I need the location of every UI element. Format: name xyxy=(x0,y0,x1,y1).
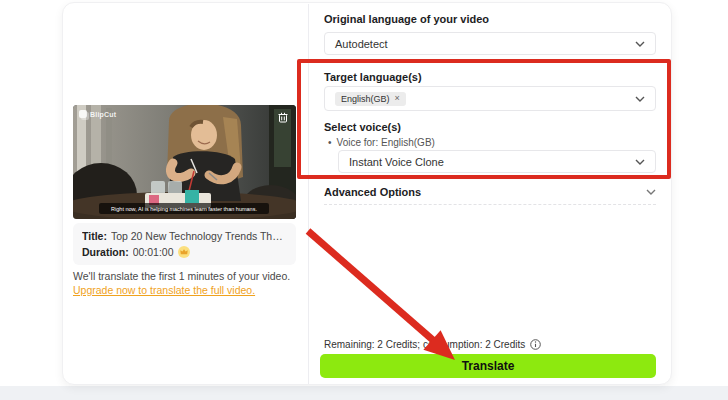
original-language-select[interactable]: Autodetect xyxy=(324,32,656,55)
upgrade-link[interactable]: Upgrade now to translate the full video. xyxy=(73,284,255,296)
select-voice-label: Select voice(s) xyxy=(324,121,656,133)
target-language-label: Target language(s) xyxy=(324,71,656,83)
chevron-down-icon xyxy=(646,189,656,195)
video-thumbnail[interactable]: Right now, AI is helping machines learn … xyxy=(73,105,296,219)
bullet-marker: • xyxy=(328,137,332,148)
credits-info-row: Remaining: 2 Credits; consumption: 2 Cre… xyxy=(324,339,656,350)
voice-value: Instant Voice Clone xyxy=(349,156,444,168)
watermark-text: BlipCut xyxy=(90,111,116,118)
chevron-down-icon xyxy=(635,159,645,165)
video-title-row: Title: Top 20 New Technology Trends That… xyxy=(82,228,287,244)
advanced-options-toggle[interactable]: Advanced Options xyxy=(324,184,656,200)
voice-for-text: Voice for: English(GB) xyxy=(337,137,435,148)
chevron-down-icon xyxy=(635,96,645,102)
page-background-strip xyxy=(0,386,728,400)
info-icon[interactable] xyxy=(530,339,541,350)
translator-card: Right now, AI is helping machines learn … xyxy=(62,2,672,385)
blipcut-logo-icon xyxy=(79,110,87,118)
delete-video-button[interactable] xyxy=(276,110,289,123)
title-label: Title: xyxy=(82,228,107,244)
video-caption: Right now, AI is helping machines learn … xyxy=(111,206,257,212)
panel-divider xyxy=(308,4,309,384)
duration-label: Duration: xyxy=(82,244,129,260)
language-chip-label: English(GB) xyxy=(341,94,390,104)
credits-text: Remaining: 2 Credits; consumption: 2 Cre… xyxy=(324,339,525,350)
original-language-label: Original language of your video xyxy=(324,13,656,25)
watermark: BlipCut xyxy=(79,110,116,118)
video-preview-image: Right now, AI is helping machines learn … xyxy=(73,105,296,219)
voice-select[interactable]: Instant Voice Clone xyxy=(338,150,656,173)
advanced-options-label: Advanced Options xyxy=(324,186,421,198)
title-value: Top 20 New Technology Trends That Will D… xyxy=(111,228,287,244)
chevron-down-icon xyxy=(635,41,645,47)
video-info-box: Title: Top 20 New Technology Trends That… xyxy=(73,223,296,265)
translate-button[interactable]: Translate xyxy=(320,354,656,378)
duration-value: 00:01:00 xyxy=(133,244,174,260)
trash-icon xyxy=(277,111,289,123)
target-language-select[interactable]: English(GB) × xyxy=(324,86,656,111)
translate-limit-notice: We'll translate the first 1 minutes of y… xyxy=(73,269,299,297)
video-duration-row: Duration: 00:01:00 xyxy=(82,244,287,260)
close-icon[interactable]: × xyxy=(395,94,400,103)
notice-text: We'll translate the first 1 minutes of y… xyxy=(73,270,290,282)
language-chip: English(GB) × xyxy=(335,92,406,106)
section-divider xyxy=(324,204,656,205)
original-language-value: Autodetect xyxy=(335,38,388,50)
crown-icon xyxy=(178,246,190,258)
voice-for-row: • Voice for: English(GB) xyxy=(328,137,628,148)
